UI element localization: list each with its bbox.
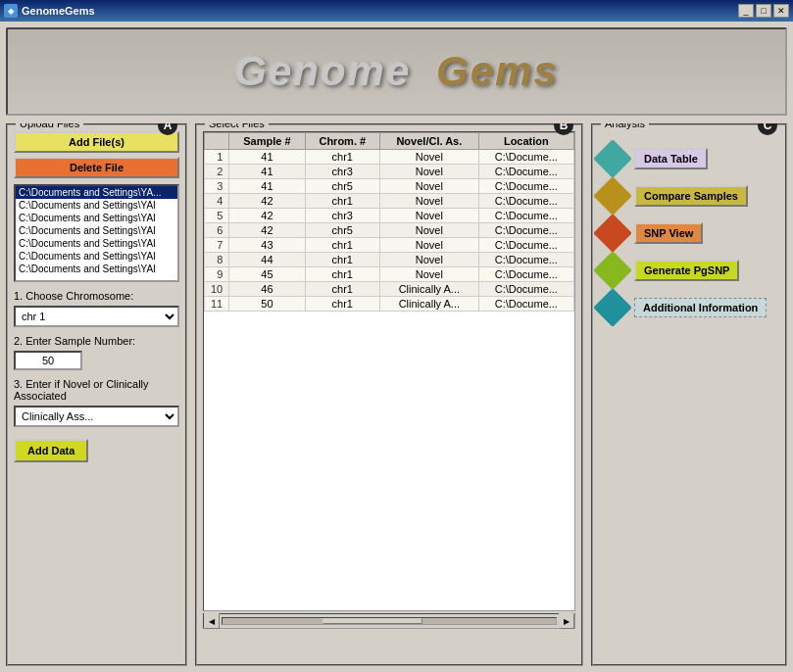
cell-location: C:\Docume... [478, 282, 573, 297]
cell-chrom: chr1 [305, 194, 380, 209]
scroll-left-btn[interactable]: ◀ [204, 613, 220, 629]
row-num: 11 [205, 297, 229, 312]
table-row[interactable]: 2 41 chr3 Novel C:\Docume... [205, 165, 574, 179]
select-panel: Select Files B Sample # Chrom. # Novel/C… [195, 123, 583, 666]
cell-novel: Novel [380, 179, 479, 194]
scroll-right-btn[interactable]: ▶ [559, 613, 574, 629]
cell-novel: Novel [380, 223, 479, 238]
list-item[interactable]: C:\Documents and Settings\YAI [16, 199, 177, 212]
col-header-chrom: Chrom. # [305, 133, 380, 150]
logo: Genome Gems [234, 48, 558, 95]
list-item[interactable]: C:\Documents and Settings\YAI [16, 224, 177, 237]
logo-area: Genome Gems [6, 27, 787, 116]
cell-location: C:\Docume... [478, 267, 573, 282]
app-icon: ◈ [4, 4, 18, 18]
cell-location: C:\Docume... [478, 165, 573, 179]
cell-location: C:\Docume... [478, 179, 573, 194]
table-row[interactable]: 10 46 chr1 Clinically A... C:\Docume... [205, 282, 574, 297]
scroll-track[interactable] [222, 617, 557, 625]
logo-genome: Genome [234, 48, 411, 94]
close-button[interactable]: ✕ [773, 4, 789, 18]
compare-samples-button[interactable]: Compare Samples [634, 185, 748, 207]
add-file-button[interactable]: Add File(s) [14, 131, 179, 153]
minimize-button[interactable]: _ [738, 4, 754, 18]
compare-samples-row: Compare Samples [599, 182, 779, 210]
table-header-row: Sample # Chrom. # Novel/Cl. As. Location [205, 133, 574, 150]
cell-chrom: chr1 [305, 253, 380, 267]
row-num: 8 [205, 253, 229, 267]
delete-file-button[interactable]: Delete File [14, 157, 179, 178]
choose-chrom-label: 1. Choose Chromosome: [14, 290, 179, 302]
additional-info-button[interactable]: Additional Information [634, 298, 767, 317]
additional-info-row: Additional Information [599, 294, 779, 321]
table-row[interactable]: 3 41 chr5 Novel C:\Docume... [205, 179, 574, 194]
cell-location: C:\Docume... [478, 209, 573, 223]
list-item[interactable]: C:\Documents and Settings\YAI [16, 212, 177, 224]
data-table: Sample # Chrom. # Novel/Cl. As. Location… [204, 132, 574, 312]
col-header-sample: Sample # [229, 133, 305, 150]
cell-chrom: chr5 [305, 179, 380, 194]
novel-label: 3. Enter if Novel or Clinically Associat… [14, 378, 179, 402]
cell-novel: Novel [380, 194, 479, 209]
data-table-wrapper[interactable]: Sample # Chrom. # Novel/Cl. As. Location… [203, 131, 575, 611]
cell-sample: 42 [229, 209, 305, 223]
data-table-row: Data Table [599, 145, 779, 172]
cell-sample: 44 [229, 253, 305, 267]
analysis-panel-label: Analysis [601, 123, 649, 129]
cell-chrom: chr3 [305, 209, 380, 223]
sample-number-input[interactable] [14, 351, 82, 370]
cell-chrom: chr3 [305, 165, 380, 179]
row-num: 6 [205, 223, 229, 238]
cell-sample: 41 [229, 179, 305, 194]
col-header-num [205, 133, 229, 150]
novel-clinically-dropdown[interactable]: Clinically Ass... Novel [14, 406, 179, 427]
row-num: 1 [205, 150, 229, 165]
title-bar-buttons: _ □ ✕ [738, 4, 789, 18]
list-item[interactable]: C:\Documents and Settings\YAI [16, 263, 177, 275]
cell-novel: Clinically A... [380, 282, 479, 297]
cell-sample: 43 [229, 238, 305, 253]
analysis-buttons: Data Table Compare Samples SNP View Gene… [599, 145, 779, 321]
cell-location: C:\Docume... [478, 223, 573, 238]
data-table-button[interactable]: Data Table [634, 148, 708, 169]
cell-novel: Novel [380, 238, 479, 253]
cell-sample: 41 [229, 150, 305, 165]
table-row[interactable]: 7 43 chr1 Novel C:\Docume... [205, 238, 574, 253]
table-row[interactable]: 5 42 chr3 Novel C:\Docume... [205, 209, 574, 223]
row-num: 4 [205, 194, 229, 209]
snp-view-button[interactable]: SNP View [634, 222, 703, 244]
analysis-panel: Analysis C Data Table Compare Samples SN… [591, 123, 787, 666]
table-row[interactable]: 4 42 chr1 Novel C:\Docume... [205, 194, 574, 209]
analysis-panel-badge: C [758, 123, 777, 135]
table-row[interactable]: 1 41 chr1 Novel C:\Docume... [205, 150, 574, 165]
window-title: GenomeGems [22, 5, 95, 17]
horizontal-scrollbar[interactable]: ◀ ▶ [203, 613, 575, 629]
cell-location: C:\Docume... [478, 150, 573, 165]
list-item[interactable]: C:\Documents and Settings\YA... [16, 186, 177, 199]
table-row[interactable]: 9 45 chr1 Novel C:\Docume... [205, 267, 574, 282]
cyan-diamond-icon [593, 288, 632, 327]
maximize-button[interactable]: □ [756, 4, 771, 18]
generate-pgsnp-button[interactable]: Generate PgSNP [634, 260, 739, 281]
file-listbox[interactable]: C:\Documents and Settings\YA... C:\Docum… [14, 184, 179, 282]
add-data-button[interactable]: Add Data [14, 439, 88, 462]
cell-chrom: chr1 [305, 238, 380, 253]
cell-chrom: chr1 [305, 297, 380, 312]
scroll-thumb[interactable] [322, 618, 422, 624]
row-num: 3 [205, 179, 229, 194]
table-row[interactable]: 6 42 chr5 Novel C:\Docume... [205, 223, 574, 238]
list-item[interactable]: C:\Documents and Settings\YAI [16, 237, 177, 250]
pgsnp-row: Generate PgSNP [599, 257, 779, 284]
teal-diamond-icon [593, 139, 632, 178]
title-bar: ◈ GenomeGems _ □ ✕ [0, 0, 793, 22]
table-row[interactable]: 8 44 chr1 Novel C:\Docume... [205, 253, 574, 267]
table-row[interactable]: 11 50 chr1 Clinically A... C:\Docume... [205, 297, 574, 312]
panels-row: Upload Files A Add File(s) Delete File C… [6, 123, 787, 666]
list-item[interactable]: C:\Documents and Settings\YAI [16, 250, 177, 263]
snp-view-row: SNP View [599, 219, 779, 247]
orange-diamond-icon [593, 214, 632, 253]
lime-diamond-icon [593, 251, 632, 290]
cell-novel: Novel [380, 267, 479, 282]
chromosome-dropdown[interactable]: chr 1 chr 2 chr 3 chr 4 chr 5 [14, 306, 179, 327]
cell-sample: 42 [229, 223, 305, 238]
